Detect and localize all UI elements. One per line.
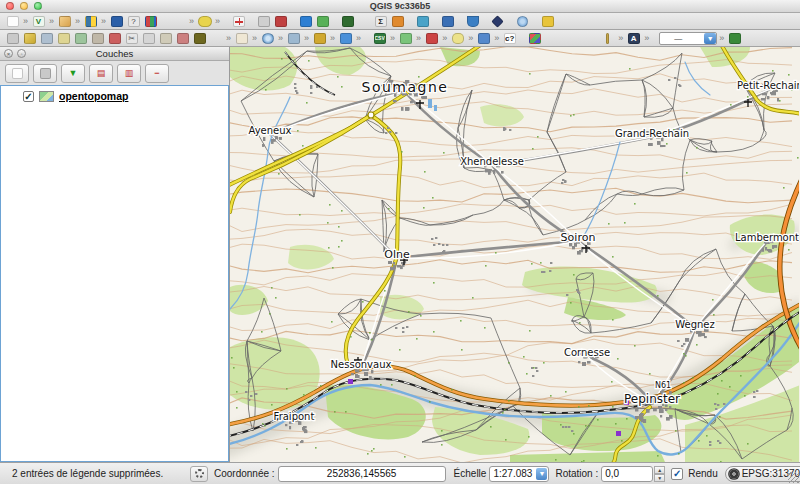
- add-group-button[interactable]: [5, 64, 29, 83]
- plugin-button[interactable]: [539, 14, 556, 29]
- add-feature-button[interactable]: [55, 31, 72, 46]
- hydrology-tools-button[interactable]: [337, 31, 354, 46]
- dem-tool-button[interactable]: [526, 31, 543, 46]
- toolbar-overflow-chevron[interactable]: »: [101, 14, 106, 29]
- pan-map-button[interactable]: [233, 31, 250, 46]
- grass-plugin-button[interactable]: [339, 14, 356, 29]
- layers-panel-header[interactable]: × ◦ Couches: [0, 47, 229, 61]
- toolbar-overflow-chevron[interactable]: »: [330, 31, 335, 46]
- toolbar-overflow-chevron[interactable]: »: [23, 14, 28, 29]
- expand-all-button[interactable]: ▤: [89, 64, 113, 83]
- spin-up-icon[interactable]: ▲: [654, 466, 665, 474]
- layer-tree[interactable]: ✓ opentopomap: [0, 85, 229, 462]
- line-tool-button[interactable]: [423, 31, 440, 46]
- collapse-all-button[interactable]: ▥: [117, 64, 141, 83]
- spin-down-icon[interactable]: ▼: [654, 474, 665, 482]
- toolbar-overflow-chevron[interactable]: »: [442, 31, 447, 46]
- export-button[interactable]: [389, 14, 406, 29]
- undo-button[interactable]: [191, 31, 208, 46]
- toolbar-overflow-chevron[interactable]: »: [468, 31, 473, 46]
- add-csv-layer-button[interactable]: CSV: [371, 31, 388, 46]
- save-edits-button[interactable]: [38, 31, 55, 46]
- toolbar-overflow-chevron[interactable]: »: [494, 31, 499, 46]
- remove-layer-button[interactable]: −: [145, 64, 169, 83]
- delete-part-button[interactable]: [174, 31, 191, 46]
- cut-features-button[interactable]: ✂: [123, 31, 140, 46]
- help-book-icon: [111, 16, 123, 27]
- help-button[interactable]: [108, 14, 125, 29]
- toggle-editing-button[interactable]: [21, 31, 38, 46]
- topo-map[interactable]: SoumagneAyeneuxXhendelesseGrand-RechainP…: [230, 47, 799, 462]
- toolbar-overflow-chevron[interactable]: »: [356, 31, 361, 46]
- layers-panel-title: Couches: [0, 48, 229, 59]
- layer-checkbox[interactable]: ✓: [23, 91, 34, 102]
- rotation-spinbox[interactable]: ▲ ▼: [601, 466, 665, 482]
- toolbar-overflow-chevron[interactable]: »: [189, 14, 194, 29]
- georeferencer-button[interactable]: [230, 14, 247, 29]
- toolbar-overflow-chevron[interactable]: »: [75, 14, 80, 29]
- refresh-map-button[interactable]: [311, 31, 328, 46]
- statistics-sum-button[interactable]: Σ: [372, 14, 389, 29]
- sketch-tool-button[interactable]: [272, 14, 289, 29]
- current-edits-button[interactable]: [4, 31, 21, 46]
- bubble-tool-button[interactable]: [449, 31, 466, 46]
- render-checkbox[interactable]: ✓: [671, 468, 683, 480]
- database-button[interactable]: [439, 14, 456, 29]
- title-bar[interactable]: QGIS 9c336b5: [0, 0, 800, 13]
- paste-features-button[interactable]: [157, 31, 174, 46]
- measure-button[interactable]: [56, 14, 73, 29]
- raster-tool-button[interactable]: [314, 14, 331, 29]
- tag-tool-button[interactable]: [255, 14, 272, 29]
- map-town-label: Ayeneux: [249, 125, 292, 136]
- toolbar-overflow-chevron[interactable]: »: [719, 31, 724, 46]
- whats-this-button[interactable]: ?: [125, 14, 142, 29]
- toolbar-overflow-chevron[interactable]: »: [252, 31, 257, 46]
- statusbar-tracking-button[interactable]: [190, 466, 208, 482]
- chevron-down-icon[interactable]: ▼: [704, 33, 716, 44]
- copy-features-button[interactable]: [140, 31, 157, 46]
- rotation-spinner[interactable]: ▲ ▼: [654, 466, 665, 482]
- layer-item-opentopomap[interactable]: ✓ opentopomap: [1, 86, 228, 102]
- rotation-input[interactable]: [601, 466, 653, 482]
- diamond-plugin-button[interactable]: [489, 14, 506, 29]
- toolbar-overflow-chevron[interactable]: »: [304, 31, 309, 46]
- toolbar-overflow-chevron[interactable]: »: [416, 31, 421, 46]
- python-console-button[interactable]: [82, 14, 99, 29]
- toolbar-overflow-chevron[interactable]: »: [618, 31, 623, 46]
- map-canvas[interactable]: SoumagneAyeneuxXhendelesseGrand-RechainP…: [230, 47, 800, 462]
- zoom-in-button[interactable]: [259, 31, 276, 46]
- filter-legend-button[interactable]: ▼: [61, 64, 85, 83]
- zoom-to-layer-button[interactable]: [285, 31, 302, 46]
- toolbar-overflow-chevron[interactable]: »: [49, 14, 54, 29]
- chevron-down-icon[interactable]: ▼: [536, 468, 547, 480]
- add-vector-layer-button[interactable]: V: [30, 14, 47, 29]
- statistics-button[interactable]: [142, 14, 159, 29]
- move-feature-icon: [75, 33, 87, 44]
- coordinate-capture-button[interactable]: c?: [501, 31, 518, 46]
- toolbar-overflow-chevron[interactable]: »: [215, 14, 220, 29]
- toolbar-overflow-chevron[interactable]: »: [226, 31, 231, 46]
- coordinate-input[interactable]: [278, 466, 446, 482]
- delete-selected-button[interactable]: [106, 31, 123, 46]
- manage-visibility-button[interactable]: [33, 64, 57, 83]
- node-tool-button[interactable]: [89, 31, 106, 46]
- move-feature-button[interactable]: [72, 31, 89, 46]
- polygon-tool-button[interactable]: [397, 31, 414, 46]
- layer-name[interactable]: opentopomap: [59, 90, 128, 102]
- web-plugin-button[interactable]: [514, 14, 531, 29]
- scatter-tool-button[interactable]: [475, 31, 492, 46]
- toolbar-overflow-chevron[interactable]: »: [644, 31, 649, 46]
- new-project-button[interactable]: [4, 14, 21, 29]
- shield-plugin-button[interactable]: [464, 14, 481, 29]
- toolbar-combo[interactable]: — ▼: [659, 32, 717, 45]
- scale-combo[interactable]: 1:27.083 ▼: [489, 466, 549, 482]
- separator-tool-button[interactable]: [599, 31, 616, 46]
- spatial-query-button[interactable]: [297, 14, 314, 29]
- vegetation-tool-button[interactable]: [726, 31, 743, 46]
- layer-tools-button[interactable]: [414, 14, 431, 29]
- toolbar-overflow-chevron[interactable]: »: [390, 31, 395, 46]
- label-tool-button[interactable]: [196, 14, 213, 29]
- toolbar-overflow-chevron[interactable]: »: [278, 31, 283, 46]
- resize-grip[interactable]: [788, 472, 799, 483]
- annotation-button[interactable]: A: [625, 31, 642, 46]
